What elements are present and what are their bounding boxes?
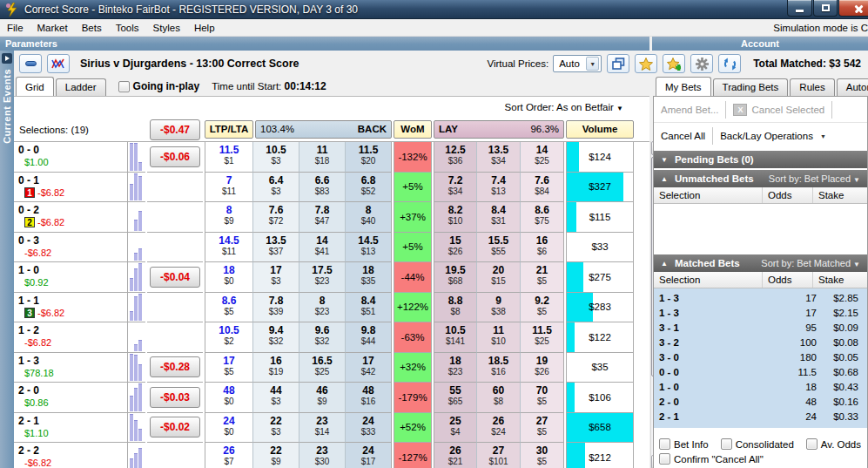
back-price-cell[interactable]: 9.6$32 <box>299 322 346 353</box>
ltp-cell[interactable]: 8$9 <box>205 202 253 233</box>
back-price-cell[interactable]: 22$3 <box>253 413 299 444</box>
lay-price-cell[interactable]: 14$25 <box>521 142 564 173</box>
lay-price-cell[interactable]: 9.2$5 <box>521 293 564 323</box>
lay-price-cell[interactable]: 10.5$141 <box>434 322 477 353</box>
tab-automation[interactable]: Automation <box>837 78 868 96</box>
total-pl-button[interactable]: -$0.47 <box>150 119 200 140</box>
matched-bet-row[interactable]: 1 - 3 17 $2.85 <box>654 291 867 306</box>
consolidated-option[interactable]: Consolidated <box>721 438 794 450</box>
back-price-cell[interactable]: 13.5$37 <box>253 233 299 263</box>
back-price-cell[interactable]: 6.4$3 <box>253 173 299 203</box>
ltp-cell[interactable]: 8.6$5 <box>205 293 253 323</box>
maximize-button[interactable] <box>813 0 838 17</box>
back-price-cell[interactable]: 7.8$39 <box>253 293 299 323</box>
lay-price-cell[interactable]: 27$5 <box>521 413 564 444</box>
back-price-cell[interactable]: 11$18 <box>299 142 346 173</box>
back-price-cell[interactable]: 7.6$72 <box>253 202 299 233</box>
menu-file[interactable]: File <box>0 19 30 37</box>
row-pl-button[interactable]: -$0.04 <box>150 267 200 288</box>
bet-info-checkbox[interactable] <box>659 438 670 450</box>
back-price-cell[interactable]: 9.4$32 <box>253 322 299 353</box>
lay-header[interactable]: LAY 96.3% <box>434 120 564 139</box>
back-price-cell[interactable]: 23$14 <box>299 413 346 444</box>
lay-price-cell[interactable]: 7.6$84 <box>521 173 564 203</box>
tab-rules[interactable]: Rules <box>790 78 834 96</box>
matched-bet-row[interactable]: 3 - 2 100 $0.08 <box>654 336 867 350</box>
ltp-cell[interactable]: 7$11 <box>205 173 253 203</box>
lay-price-cell[interactable]: 8.6$75 <box>521 202 564 233</box>
back-price-cell[interactable]: 6.6$83 <box>299 173 346 203</box>
expand-sidebar-icon[interactable] <box>2 53 12 64</box>
amend-bet-button[interactable]: Amend Bet... <box>661 105 718 115</box>
close-button[interactable] <box>838 0 868 17</box>
sort-order-control[interactable]: Sort Order: As on Betfair ▼ <box>505 102 623 112</box>
back-price-cell[interactable]: 6.8$52 <box>346 173 392 203</box>
back-price-cell[interactable]: 18$35 <box>346 262 392 293</box>
going-inplay-checkbox[interactable] <box>118 81 130 92</box>
ltp-cell[interactable]: 26$7 <box>205 443 253 468</box>
lay-price-cell[interactable]: 15.5$55 <box>477 233 521 263</box>
matched-bet-row[interactable]: 2 - 1 24 $0.33 <box>654 410 867 424</box>
back-price-cell[interactable]: 7.8$47 <box>299 202 346 233</box>
matched-bet-row[interactable]: 2 - 0 48 $0.16 <box>654 395 867 410</box>
back-price-cell[interactable]: 8$23 <box>299 293 346 323</box>
ltp-cell[interactable]: 14.5$11 <box>205 233 253 263</box>
back-price-cell[interactable]: 17$42 <box>346 353 392 383</box>
lay-price-cell[interactable]: 26$24 <box>477 413 521 444</box>
ltp-cell[interactable]: 48$0 <box>205 383 253 413</box>
matched-bets-header[interactable]: ▲ Matched Bets Sort by: Bet Matched ▼ <box>654 254 867 272</box>
lay-price-cell[interactable]: 70$5 <box>521 383 564 413</box>
ltp-cell[interactable]: 11.5$1 <box>205 142 253 173</box>
lay-price-cell[interactable]: 12.5$36 <box>434 142 477 173</box>
volume-header[interactable]: Volume <box>566 120 634 139</box>
matched-bet-row[interactable]: 0 - 0 11.5 $0.68 <box>654 365 867 380</box>
matched-bet-row[interactable]: 3 - 1 95 $0.09 <box>654 321 867 336</box>
selection-cell[interactable]: 2 - 2 -$6.82 <box>14 443 128 468</box>
back-price-cell[interactable]: 8$40 <box>346 202 392 233</box>
back-price-cell[interactable]: 24$17 <box>346 443 392 468</box>
back-price-cell[interactable]: 8.4$51 <box>346 293 392 323</box>
lay-price-cell[interactable]: 27$101 <box>477 443 521 468</box>
wom-header[interactable]: WoM <box>394 120 432 139</box>
ltp-cell[interactable]: 18$0 <box>205 262 253 293</box>
selection-cell[interactable]: 0 - 2 2 -$6.82 <box>14 202 128 233</box>
lay-price-cell[interactable]: 9$38 <box>477 293 521 323</box>
current-events-sidebar[interactable]: Current Events <box>0 51 14 468</box>
tab-ladder[interactable]: Ladder <box>56 78 106 96</box>
lay-price-cell[interactable]: 18.5$16 <box>477 353 521 383</box>
matched-bet-row[interactable]: 1 - 3 17 $2.15 <box>654 306 867 321</box>
settings-button[interactable] <box>690 54 713 73</box>
lay-price-cell[interactable]: 15$26 <box>434 233 477 263</box>
tab-my-bets[interactable]: My Bets <box>656 77 711 96</box>
lay-price-cell[interactable]: 16$6 <box>521 233 564 263</box>
row-pl-button[interactable]: -$0.03 <box>150 387 200 408</box>
confirm-cancel-all-checkbox[interactable] <box>659 453 670 465</box>
ltp-cell[interactable]: 10.5$2 <box>205 322 253 353</box>
favorites-button[interactable] <box>635 54 657 73</box>
lay-price-cell[interactable]: 30$5 <box>521 443 564 468</box>
row-pl-button[interactable]: -$0.02 <box>150 417 200 437</box>
ltp-cell[interactable]: 24$0 <box>205 413 253 444</box>
matched-sort-control[interactable]: Sort by: Bet Matched ▼ <box>761 258 860 268</box>
back-price-cell[interactable]: 22$9 <box>253 443 299 468</box>
menu-tools[interactable]: Tools <box>109 19 146 37</box>
lay-price-cell[interactable]: 19$26 <box>521 353 564 383</box>
minimize-button[interactable] <box>787 0 812 17</box>
backlay-operations-menu[interactable]: Back/Lay Operations <box>720 131 813 141</box>
cancel-all-button[interactable]: Cancel All <box>661 131 705 141</box>
av-odds-option[interactable]: Av. Odds <box>806 438 861 450</box>
lay-price-cell[interactable]: 60$8 <box>477 383 521 413</box>
back-price-cell[interactable]: 16$19 <box>253 353 299 383</box>
back-price-cell[interactable]: 17.5$23 <box>299 262 346 293</box>
matched-bet-row[interactable]: 3 - 0 180 $0.05 <box>654 350 867 365</box>
lay-price-cell[interactable]: 13.5$34 <box>477 142 521 173</box>
add-favorite-button[interactable] <box>663 54 685 73</box>
back-price-cell[interactable]: 11.5$20 <box>346 142 392 173</box>
lay-price-cell[interactable]: 20$15 <box>477 262 521 293</box>
back-price-cell[interactable]: 9.8$44 <box>346 322 392 353</box>
back-price-cell[interactable]: 48$16 <box>346 383 392 413</box>
lay-price-cell[interactable]: 11.5$25 <box>521 322 564 353</box>
confirm-cancel-all-option[interactable]: Confirm "Cancel All" <box>659 453 764 465</box>
lay-price-cell[interactable]: 8.4$31 <box>477 202 521 233</box>
detach-window-button[interactable] <box>607 54 629 73</box>
